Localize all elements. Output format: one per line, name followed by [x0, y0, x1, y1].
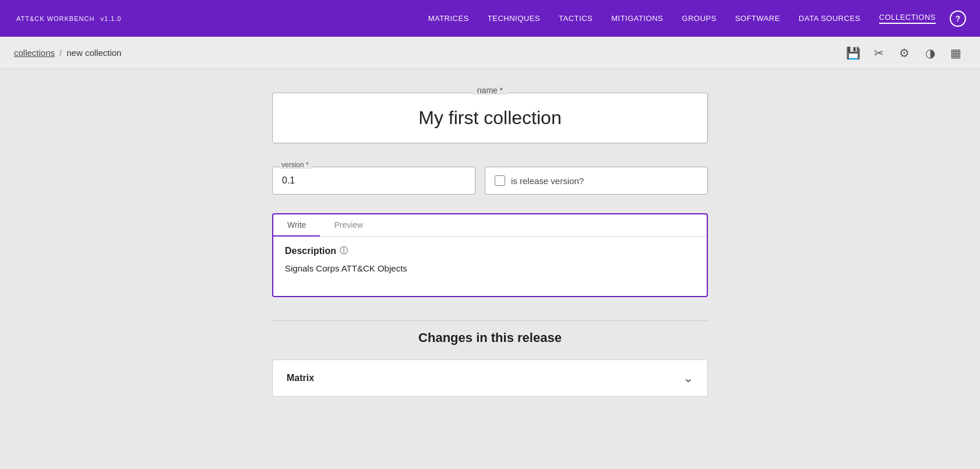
description-title-text: Description	[285, 246, 336, 256]
form-container: name * version * is release version? Wri…	[263, 93, 717, 397]
version-input[interactable]	[272, 167, 475, 195]
tab-write[interactable]: Write	[273, 214, 320, 237]
editor-body: Description ⓘ	[273, 237, 707, 296]
nav-matrices[interactable]: MATRICES	[428, 14, 469, 23]
settings-icon: ⚙	[899, 46, 910, 60]
nav-collections[interactable]: COLLECTIONS	[879, 13, 936, 24]
version-text: v1.1.0	[100, 15, 121, 22]
changes-title: Changes in this release	[272, 320, 708, 345]
editor-tabs: Write Preview	[273, 214, 707, 237]
breadcrumb: collections / new collection	[14, 48, 121, 58]
release-label: is release version?	[511, 176, 584, 186]
breadcrumb-actions: 💾 ✂ ⚙ ◑ ▦	[842, 43, 966, 64]
name-label: name *	[473, 86, 507, 95]
name-input[interactable]	[272, 93, 708, 143]
breadcrumb-current: new collection	[66, 48, 121, 58]
description-textarea[interactable]	[285, 263, 695, 284]
contrast-button[interactable]: ◑	[919, 43, 940, 64]
tab-preview[interactable]: Preview	[320, 214, 377, 237]
description-info-icon[interactable]: ⓘ	[340, 246, 348, 256]
grid-button[interactable]: ▦	[945, 43, 966, 64]
help-button[interactable]: ?	[950, 10, 966, 27]
description-title-row: Description ⓘ	[285, 246, 695, 256]
nav-tactics[interactable]: TACTICS	[559, 14, 593, 23]
app-logo: ATT&CK WORKBENCH v1.1.0	[14, 12, 121, 24]
nav-software[interactable]: SOFTWARE	[735, 14, 780, 23]
description-editor: Write Preview Description ⓘ	[272, 213, 708, 297]
save-button[interactable]: 💾	[842, 43, 863, 64]
breadcrumb-parent[interactable]: collections	[14, 48, 55, 58]
release-group: is release version?	[485, 167, 708, 195]
header: ATT&CK WORKBENCH v1.1.0 MATRICES TECHNIQ…	[0, 0, 980, 37]
name-group: name *	[272, 93, 708, 143]
nav-mitigations[interactable]: MITIGATIONS	[611, 14, 663, 23]
matrix-section: Matrix ⌄	[272, 359, 708, 397]
contrast-icon: ◑	[925, 46, 935, 60]
logo-text: ATT&CK WORKBENCH	[16, 15, 94, 22]
breadcrumb-separator: /	[59, 48, 62, 58]
settings-button[interactable]: ⚙	[894, 43, 915, 64]
breadcrumb-bar: collections / new collection 💾 ✂ ⚙ ◑ ▦	[0, 37, 980, 69]
cut-icon: ✂	[874, 46, 884, 60]
version-label: version *	[279, 161, 311, 169]
main-content: name * version * is release version? Wri…	[0, 69, 980, 469]
save-icon: 💾	[846, 46, 861, 60]
release-checkbox[interactable]	[495, 175, 505, 186]
nav-data-sources[interactable]: DATA SOURCES	[799, 14, 861, 23]
version-release-row: version * is release version?	[272, 167, 708, 195]
nav-techniques[interactable]: TECHNIQUES	[488, 14, 540, 23]
grid-icon: ▦	[950, 46, 961, 60]
matrix-label: Matrix	[287, 373, 314, 383]
expand-icon[interactable]: ⌄	[683, 371, 693, 386]
version-group: version *	[272, 167, 475, 195]
cut-button[interactable]: ✂	[868, 43, 889, 64]
nav-groups[interactable]: GROUPS	[682, 14, 716, 23]
main-nav: MATRICES TECHNIQUES TACTICS MITIGATIONS …	[428, 13, 936, 24]
